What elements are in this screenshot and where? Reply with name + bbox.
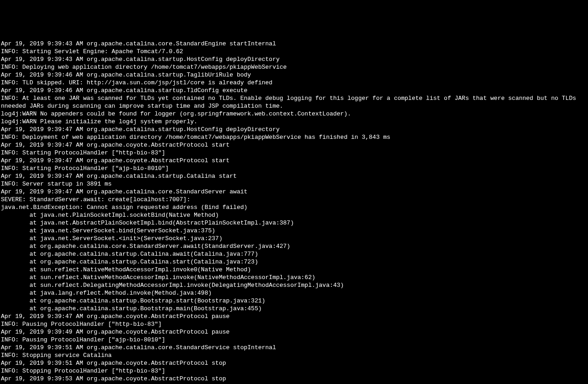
log-line: at org.apache.catalina.startup.Bootstrap… <box>1 297 587 305</box>
log-line: nneeded JARs during scanning can improve… <box>1 102 587 110</box>
log-line: at java.lang.reflect.Method.invoke(Metho… <box>1 289 587 297</box>
log-line: INFO: At least one JAR was scanned for T… <box>1 94 587 102</box>
log-line: SEVERE: StandardServer.await: create[loc… <box>1 196 587 203</box>
log-line: INFO: TLD skipped. URI: http://java.sun.… <box>1 79 587 87</box>
log-line: at java.net.AbstractPlainSocketImpl.bind… <box>1 219 587 227</box>
log-line: INFO: Server startup in 3891 ms <box>1 180 587 188</box>
log-line: Apr 19, 2019 9:39:47 AM org.apache.coyot… <box>1 141 587 149</box>
log-line: at org.apache.catalina.startup.Catalina.… <box>1 258 587 266</box>
log-line: INFO: Pausing ProtocolHandler ["http-bio… <box>1 320 587 328</box>
log-line: Apr 19, 2019 9:39:46 AM org.apache.catal… <box>1 87 587 94</box>
log-lines-container: Apr 19, 2019 9:39:43 AM org.apache.catal… <box>1 40 587 384</box>
log-line: Apr 19, 2019 9:39:47 AM org.apache.coyot… <box>1 313 587 320</box>
log-line: Apr 19, 2019 9:39:47 AM org.apache.catal… <box>1 188 587 196</box>
log-line: INFO: Pausing ProtocolHandler ["ajp-bio-… <box>1 336 587 344</box>
log-line: at sun.reflect.DelegatingMethodAccessorI… <box>1 281 587 289</box>
log-line: at org.apache.catalina.startup.Bootstrap… <box>1 305 587 313</box>
log-line: at sun.reflect.NativeMethodAccessorImpl.… <box>1 274 587 281</box>
log-line: log4j:WARN No appenders could be found f… <box>1 110 587 118</box>
log-line: INFO: Starting ProtocolHandler ["ajp-bio… <box>1 165 587 172</box>
log-line: Apr 19, 2019 9:39:43 AM org.apache.catal… <box>1 55 587 63</box>
log-line: INFO: Deploying web application director… <box>1 63 587 71</box>
log-line: INFO: Stopping service Catalina <box>1 351 587 359</box>
log-line: at java.net.PlainSocketImpl.socketBind(N… <box>1 211 587 219</box>
log-line: java.net.BindException: Cannot assign re… <box>1 203 587 211</box>
log-line: Apr 19, 2019 9:39:47 AM org.apache.catal… <box>1 172 587 180</box>
log-line: log4j:WARN Please initialize the log4j s… <box>1 118 587 126</box>
log-line: Apr 19, 2019 9:39:51 AM org.apache.catal… <box>1 344 587 351</box>
terminal-output[interactable]: Apr 19, 2019 9:39:43 AM org.apache.catal… <box>1 32 587 384</box>
log-line: Apr 19, 2019 9:39:47 AM org.apache.coyot… <box>1 157 587 165</box>
log-line: INFO: Starting Servlet Engine: Apache To… <box>1 48 587 55</box>
log-line: at sun.reflect.NativeMethodAccessorImpl.… <box>1 266 587 274</box>
log-line: INFO: Stopping ProtocolHandler ["http-bi… <box>1 367 587 375</box>
log-line: Apr 19, 2019 9:39:53 AM org.apache.coyot… <box>1 375 587 383</box>
log-line: Apr 19, 2019 9:39:46 AM org.apache.catal… <box>1 71 587 79</box>
log-line: Apr 19, 2019 9:39:51 AM org.apache.coyot… <box>1 359 587 367</box>
log-line: Apr 19, 2019 9:39:47 AM org.apache.catal… <box>1 126 587 133</box>
log-line: at java.net.ServerSocket.bind(ServerSock… <box>1 227 587 235</box>
log-line: at org.apache.catalina.core.StandardServ… <box>1 242 587 250</box>
log-line: INFO: Starting ProtocolHandler ["http-bi… <box>1 149 587 157</box>
log-line: at java.net.ServerSocket.<init>(ServerSo… <box>1 235 587 242</box>
log-line: Apr 19, 2019 9:39:43 AM org.apache.catal… <box>1 40 587 48</box>
log-line: INFO: Deployment of web application dire… <box>1 133 587 141</box>
log-line: at org.apache.catalina.startup.Catalina.… <box>1 250 587 258</box>
log-line: Apr 19, 2019 9:39:49 AM org.apache.coyot… <box>1 328 587 336</box>
